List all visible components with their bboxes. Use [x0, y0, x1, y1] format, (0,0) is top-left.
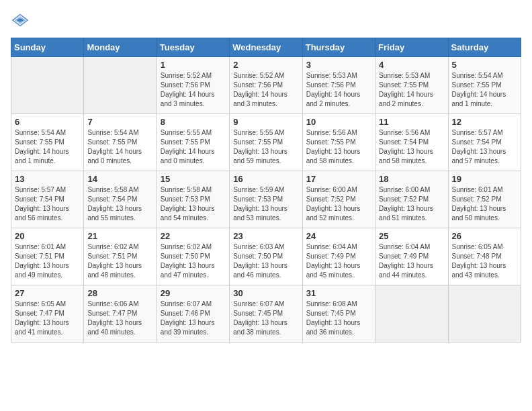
calendar-cell: 8Sunrise: 5:55 AM Sunset: 7:55 PM Daylig… [157, 114, 229, 171]
day-info: Sunrise: 6:01 AM Sunset: 7:52 PM Dayligh… [452, 185, 517, 223]
calendar-week-3: 13Sunrise: 5:57 AM Sunset: 7:54 PM Dayli… [11, 171, 521, 228]
day-info: Sunrise: 6:01 AM Sunset: 7:51 PM Dayligh… [15, 242, 80, 280]
weekday-header-wednesday: Wednesday [230, 38, 302, 57]
calendar-cell: 14Sunrise: 5:58 AM Sunset: 7:54 PM Dayli… [84, 171, 157, 228]
calendar-cell: 11Sunrise: 5:56 AM Sunset: 7:54 PM Dayli… [375, 114, 448, 171]
day-number: 5 [452, 60, 517, 70]
day-info: Sunrise: 6:05 AM Sunset: 7:47 PM Dayligh… [15, 300, 80, 337]
weekday-header-tuesday: Tuesday [157, 38, 229, 57]
day-info: Sunrise: 6:00 AM Sunset: 7:52 PM Dayligh… [379, 185, 444, 223]
day-number: 2 [233, 60, 298, 70]
calendar-cell: 3Sunrise: 5:53 AM Sunset: 7:56 PM Daylig… [302, 57, 375, 114]
day-number: 16 [233, 174, 298, 184]
calendar-cell: 17Sunrise: 6:00 AM Sunset: 7:52 PM Dayli… [302, 171, 375, 228]
calendar-cell: 23Sunrise: 6:03 AM Sunset: 7:50 PM Dayli… [230, 228, 302, 285]
weekday-header-monday: Monday [84, 38, 157, 57]
weekday-header-saturday: Saturday [448, 38, 521, 57]
day-info: Sunrise: 5:59 AM Sunset: 7:53 PM Dayligh… [233, 185, 298, 223]
weekday-row: SundayMondayTuesdayWednesdayThursdayFrid… [11, 38, 521, 57]
calendar-cell: 22Sunrise: 6:02 AM Sunset: 7:50 PM Dayli… [157, 228, 229, 285]
calendar-cell: 26Sunrise: 6:05 AM Sunset: 7:48 PM Dayli… [448, 228, 521, 285]
calendar-cell: 20Sunrise: 6:01 AM Sunset: 7:51 PM Dayli… [11, 228, 84, 285]
day-info: Sunrise: 6:06 AM Sunset: 7:47 PM Dayligh… [87, 300, 152, 337]
day-number: 17 [306, 174, 371, 184]
calendar-cell: 28Sunrise: 6:06 AM Sunset: 7:47 PM Dayli… [84, 285, 157, 342]
day-number: 19 [452, 174, 517, 184]
calendar-cell: 18Sunrise: 6:00 AM Sunset: 7:52 PM Dayli… [375, 171, 448, 228]
day-number: 4 [379, 60, 444, 70]
day-info: Sunrise: 5:55 AM Sunset: 7:55 PM Dayligh… [233, 128, 298, 166]
day-number: 22 [161, 231, 226, 241]
day-number: 15 [161, 174, 226, 184]
calendar-cell: 13Sunrise: 5:57 AM Sunset: 7:54 PM Dayli… [11, 171, 84, 228]
calendar-week-1: 1Sunrise: 5:52 AM Sunset: 7:56 PM Daylig… [11, 57, 521, 114]
day-number: 7 [87, 117, 152, 127]
day-number: 23 [233, 231, 298, 241]
calendar-body: 1Sunrise: 5:52 AM Sunset: 7:56 PM Daylig… [11, 57, 521, 342]
calendar-week-2: 6Sunrise: 5:54 AM Sunset: 7:55 PM Daylig… [11, 114, 521, 171]
calendar-header: SundayMondayTuesdayWednesdayThursdayFrid… [11, 38, 521, 57]
calendar-cell: 27Sunrise: 6:05 AM Sunset: 7:47 PM Dayli… [11, 285, 84, 342]
weekday-header-sunday: Sunday [11, 38, 84, 57]
logo [11, 11, 32, 30]
calendar-cell [375, 285, 448, 342]
day-info: Sunrise: 6:08 AM Sunset: 7:45 PM Dayligh… [306, 300, 371, 337]
calendar-cell: 21Sunrise: 6:02 AM Sunset: 7:51 PM Dayli… [84, 228, 157, 285]
day-number: 14 [87, 174, 152, 184]
day-info: Sunrise: 6:03 AM Sunset: 7:50 PM Dayligh… [233, 242, 298, 280]
day-info: Sunrise: 5:58 AM Sunset: 7:54 PM Dayligh… [87, 185, 152, 223]
day-number: 12 [452, 117, 517, 127]
day-info: Sunrise: 6:00 AM Sunset: 7:52 PM Dayligh… [306, 185, 371, 223]
day-info: Sunrise: 5:58 AM Sunset: 7:53 PM Dayligh… [161, 185, 226, 223]
calendar-cell: 19Sunrise: 6:01 AM Sunset: 7:52 PM Dayli… [448, 171, 521, 228]
day-number: 8 [161, 117, 226, 127]
day-info: Sunrise: 5:54 AM Sunset: 7:55 PM Dayligh… [452, 71, 517, 109]
calendar-cell: 31Sunrise: 6:08 AM Sunset: 7:45 PM Dayli… [302, 285, 375, 342]
day-number: 9 [233, 117, 298, 127]
day-number: 24 [306, 231, 371, 241]
day-number: 27 [15, 288, 80, 298]
weekday-header-friday: Friday [375, 38, 448, 57]
calendar-cell: 30Sunrise: 6:07 AM Sunset: 7:45 PM Dayli… [230, 285, 302, 342]
day-number: 21 [87, 231, 152, 241]
day-info: Sunrise: 5:57 AM Sunset: 7:54 PM Dayligh… [452, 128, 517, 166]
calendar-cell [84, 57, 157, 114]
day-number: 26 [452, 231, 517, 241]
day-info: Sunrise: 6:05 AM Sunset: 7:48 PM Dayligh… [452, 242, 517, 280]
day-info: Sunrise: 5:56 AM Sunset: 7:55 PM Dayligh… [306, 128, 371, 166]
calendar-cell: 7Sunrise: 5:54 AM Sunset: 7:55 PM Daylig… [84, 114, 157, 171]
calendar-table: SundayMondayTuesdayWednesdayThursdayFrid… [11, 38, 521, 342]
day-info: Sunrise: 5:57 AM Sunset: 7:54 PM Dayligh… [15, 185, 80, 223]
calendar-cell: 29Sunrise: 6:07 AM Sunset: 7:46 PM Dayli… [157, 285, 229, 342]
day-number: 29 [161, 288, 226, 298]
calendar-cell: 24Sunrise: 6:04 AM Sunset: 7:49 PM Dayli… [302, 228, 375, 285]
day-info: Sunrise: 5:54 AM Sunset: 7:55 PM Dayligh… [15, 128, 80, 166]
day-info: Sunrise: 6:02 AM Sunset: 7:50 PM Dayligh… [161, 242, 226, 280]
day-number: 28 [87, 288, 152, 298]
day-info: Sunrise: 5:52 AM Sunset: 7:56 PM Dayligh… [233, 71, 298, 109]
logo-icon [11, 11, 30, 30]
calendar-cell: 15Sunrise: 5:58 AM Sunset: 7:53 PM Dayli… [157, 171, 229, 228]
day-number: 25 [379, 231, 444, 241]
day-info: Sunrise: 5:55 AM Sunset: 7:55 PM Dayligh… [161, 128, 226, 166]
day-info: Sunrise: 6:04 AM Sunset: 7:49 PM Dayligh… [306, 242, 371, 280]
day-info: Sunrise: 5:54 AM Sunset: 7:55 PM Dayligh… [87, 128, 152, 166]
day-number: 3 [306, 60, 371, 70]
day-info: Sunrise: 6:07 AM Sunset: 7:45 PM Dayligh… [233, 300, 298, 337]
calendar-cell [11, 57, 84, 114]
calendar-cell [448, 285, 521, 342]
calendar-cell: 10Sunrise: 5:56 AM Sunset: 7:55 PM Dayli… [302, 114, 375, 171]
day-info: Sunrise: 6:04 AM Sunset: 7:49 PM Dayligh… [379, 242, 444, 280]
calendar-cell: 9Sunrise: 5:55 AM Sunset: 7:55 PM Daylig… [230, 114, 302, 171]
day-number: 13 [15, 174, 80, 184]
page-header [11, 11, 521, 30]
day-number: 20 [15, 231, 80, 241]
day-info: Sunrise: 5:53 AM Sunset: 7:56 PM Dayligh… [306, 71, 371, 109]
day-info: Sunrise: 6:02 AM Sunset: 7:51 PM Dayligh… [87, 242, 152, 280]
day-number: 11 [379, 117, 444, 127]
calendar-week-5: 27Sunrise: 6:05 AM Sunset: 7:47 PM Dayli… [11, 285, 521, 342]
day-number: 10 [306, 117, 371, 127]
day-number: 1 [161, 60, 226, 70]
day-number: 30 [233, 288, 298, 298]
day-info: Sunrise: 5:56 AM Sunset: 7:54 PM Dayligh… [379, 128, 444, 166]
